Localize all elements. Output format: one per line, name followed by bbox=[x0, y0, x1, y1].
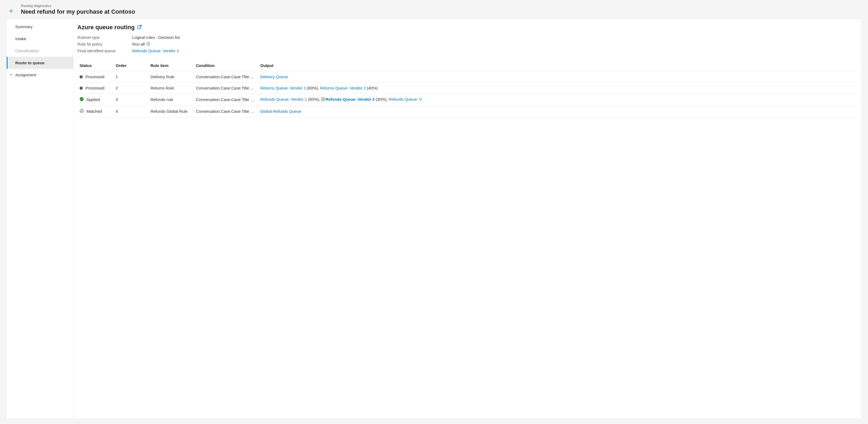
status-text: Matched bbox=[87, 109, 102, 114]
sidebar-item-summary[interactable]: Summary bbox=[7, 21, 73, 33]
order-cell: 2 bbox=[114, 83, 148, 94]
page-header: Routing diagnostics Need refund for my p… bbox=[0, 0, 868, 19]
rules-table: Status Order Rule item Condition Output … bbox=[78, 61, 859, 117]
sidebar: SummaryIntakeClassificationRoute to queu… bbox=[7, 19, 74, 418]
svg-point-2 bbox=[148, 42, 149, 43]
output-pct: (60%) bbox=[306, 86, 318, 90]
meta-value-rule-hit-policy: Run all bbox=[132, 42, 145, 46]
table-row[interactable]: Applied3Refunds ruleConversation.Case.Ca… bbox=[78, 94, 859, 105]
meta-label-final-queue: Final identified queue bbox=[78, 49, 132, 53]
sidebar-item-classification: Classification bbox=[7, 45, 73, 57]
panel-title: Azure queue routing bbox=[78, 24, 135, 31]
output-cell: Global Refunds Queue bbox=[258, 105, 859, 117]
output-cell: Refunds Queue- Vendor 1 (50%), Refunds Q… bbox=[258, 94, 859, 105]
sidebar-item-label: Route to queue bbox=[15, 61, 44, 65]
col-header-rule-item[interactable]: Rule item bbox=[148, 61, 194, 71]
sidebar-item-label: Intake bbox=[15, 36, 26, 41]
svg-point-4 bbox=[80, 97, 84, 101]
sidebar-item-label: Summary bbox=[15, 24, 32, 29]
sidebar-item-route-to-queue[interactable]: Route to queue bbox=[7, 57, 73, 69]
output-cell: Returns Queue- Vendor 1 (60%), Returns Q… bbox=[258, 83, 859, 94]
col-header-status[interactable]: Status bbox=[78, 61, 114, 71]
table-row[interactable]: Matched4Refunds Global RuleConversation.… bbox=[78, 105, 859, 117]
output-cell: Delivery Queue bbox=[258, 71, 859, 83]
status-text: Processed bbox=[85, 86, 104, 90]
sidebar-item-intake[interactable]: Intake bbox=[7, 33, 73, 45]
sidebar-item-label: Classification bbox=[15, 49, 39, 53]
sidebar-item-label: Assignment bbox=[15, 72, 36, 77]
condition-cell: Conversation.Case.Case Title c… bbox=[194, 105, 258, 117]
checkmark-circle-filled-icon bbox=[80, 97, 84, 102]
col-header-output[interactable]: Output bbox=[258, 61, 859, 71]
col-header-condition[interactable]: Condition bbox=[194, 61, 258, 71]
rule-item-cell: Returns Rule bbox=[148, 83, 194, 94]
rule-item-cell: Refunds rule bbox=[148, 94, 194, 105]
output-pct: (50%) bbox=[307, 97, 319, 101]
status-text: Processed bbox=[85, 74, 104, 79]
output-queue-link[interactable]: Refunds Queue- Vendor 2 bbox=[326, 97, 375, 101]
svg-point-6 bbox=[80, 109, 84, 113]
processed-icon bbox=[80, 75, 83, 79]
condition-cell: Conversation.Case.Case Title c… bbox=[194, 83, 258, 94]
meta-label-rule-hit-policy: Rule hit policy bbox=[78, 42, 132, 46]
main-panel: Azure queue routing Ruleset type Logical… bbox=[74, 19, 861, 418]
chevron-down-icon bbox=[9, 72, 12, 77]
output-queue-link[interactable]: Global Refunds Queue bbox=[260, 109, 301, 114]
back-button[interactable] bbox=[6, 6, 16, 16]
col-header-order[interactable]: Order bbox=[114, 61, 148, 71]
meta-label-ruleset-type: Ruleset type bbox=[78, 35, 132, 40]
table-row[interactable]: Processed1Delivery RuleConversation.Case… bbox=[78, 71, 859, 83]
info-icon[interactable] bbox=[147, 42, 150, 46]
page-title: Need refund for my purchase at Contoso bbox=[21, 8, 135, 15]
checkmark-circle-outline-icon bbox=[80, 109, 84, 114]
meta-value-ruleset-type: Logical rules - Decision list bbox=[132, 35, 180, 40]
svg-rect-3 bbox=[148, 43, 148, 44]
status-text: Applied bbox=[87, 97, 100, 102]
condition-cell: Conversation.Case.Case Title c… bbox=[194, 71, 258, 83]
order-cell: 4 bbox=[114, 105, 148, 117]
output-queue-link[interactable]: Delivery Queue bbox=[260, 74, 288, 79]
rule-item-cell: Delivery Rule bbox=[148, 71, 194, 83]
checkmark-circle-outline-icon bbox=[321, 97, 325, 102]
condition-cell: Conversation.Case.Case Title c… bbox=[194, 94, 258, 105]
breadcrumb: Routing diagnostics bbox=[21, 4, 135, 8]
processed-icon bbox=[80, 87, 83, 90]
output-queue-link[interactable]: Refunds Queue- Vendor 1 bbox=[260, 97, 307, 101]
output-pct: (40%) bbox=[366, 86, 377, 90]
final-queue-link[interactable]: Refunds Queue- Vendor 2 bbox=[132, 49, 179, 53]
output-queue-link[interactable]: Returns Queue- Vendor 1 bbox=[260, 86, 306, 90]
sidebar-item-assignment[interactable]: Assignment bbox=[7, 69, 73, 81]
svg-point-5 bbox=[321, 98, 324, 101]
order-cell: 1 bbox=[114, 71, 148, 83]
output-pct: (30%) bbox=[375, 97, 386, 101]
rule-item-cell: Refunds Global Rule bbox=[148, 105, 194, 117]
order-cell: 3 bbox=[114, 94, 148, 105]
output-queue-link[interactable]: Returns Queue- Vendor 2 bbox=[320, 86, 366, 90]
arrow-left-icon bbox=[8, 8, 14, 14]
popout-icon[interactable] bbox=[137, 24, 142, 31]
output-queue-link[interactable]: Refunds Queue- V bbox=[389, 97, 422, 101]
table-row[interactable]: Processed2Returns RuleConversation.Case.… bbox=[78, 83, 859, 94]
